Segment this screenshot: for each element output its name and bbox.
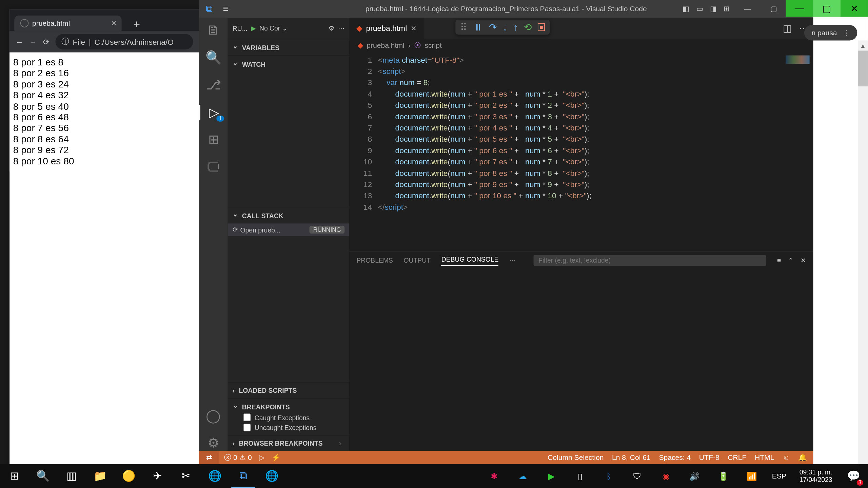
bell-icon[interactable]: 🔔 xyxy=(798,453,807,462)
debug-status-icon[interactable]: ▷ xyxy=(259,453,264,462)
callstack-item[interactable]: ⟳Open prueb... RUNNING xyxy=(228,223,350,236)
section-breakpoints[interactable]: BREAKPOINTS xyxy=(233,401,345,412)
close-icon[interactable]: ✕ xyxy=(801,257,806,264)
back-icon[interactable]: ← xyxy=(16,37,23,46)
bp-uncaught-exceptions[interactable]: Uncaught Exceptions xyxy=(233,423,345,433)
start-debug-icon[interactable]: ▶ xyxy=(251,24,256,32)
bp-caught-exceptions[interactable]: Caught Exceptions xyxy=(233,412,345,423)
tray-power-icon[interactable]: 🔋 xyxy=(711,464,735,488)
section-callstack[interactable]: CALL STACK xyxy=(233,210,345,221)
address-bar[interactable]: ⓘ File | C:/Users/Adminsena/O xyxy=(56,34,193,49)
new-tab-button[interactable]: ＋ xyxy=(125,17,148,31)
list-icon[interactable]: ≡ xyxy=(777,257,781,264)
layout-customize-icon[interactable]: ⊞ xyxy=(724,5,730,13)
search-icon[interactable]: 🔍 xyxy=(205,50,221,66)
reload-icon[interactable]: ⟳ xyxy=(43,37,50,46)
close-icon[interactable]: ✕ xyxy=(111,19,117,27)
forward-icon[interactable]: → xyxy=(29,37,37,46)
code-editor[interactable]: 1234567891011121314 <meta charset="UTF-8… xyxy=(349,52,813,251)
start-button[interactable]: ⊞ xyxy=(2,464,26,488)
browser-tab[interactable]: prueba.html ✕ xyxy=(14,16,121,31)
explorer-icon[interactable]: 🗎 xyxy=(207,23,220,38)
more-icon[interactable]: ⋮ xyxy=(843,28,850,37)
indent-indicator[interactable]: Spaces: 4 xyxy=(659,453,691,462)
layout-sidebar-right-icon[interactable]: ◨ xyxy=(710,5,716,13)
file-explorer-icon[interactable]: 📁 xyxy=(88,464,112,488)
tray-wifi-icon[interactable]: 📶 xyxy=(740,464,764,488)
section-loaded-scripts[interactable]: LOADED SCRIPTS xyxy=(233,385,345,396)
code-body[interactable]: <meta charset="UTF-8"> <script> var num … xyxy=(378,52,813,251)
telegram-icon[interactable]: ✈ xyxy=(145,464,169,488)
more-icon[interactable]: ⋯ xyxy=(509,257,516,264)
close-icon[interactable]: ✕ xyxy=(411,24,417,33)
chrome-icon[interactable]: 🌐 xyxy=(260,464,284,488)
breadcrumb[interactable]: ◆ prueba.html › ⦿ script xyxy=(349,39,813,52)
tray-app-icon[interactable]: ◉ xyxy=(654,464,678,488)
layout-sidebar-left-icon[interactable]: ◧ xyxy=(683,5,689,13)
remote-button[interactable]: ⇄ xyxy=(199,451,219,464)
drag-handle-icon[interactable]: ⠿ xyxy=(460,21,467,33)
step-into-icon[interactable]: ↓ xyxy=(502,22,507,33)
menu-icon[interactable]: ≡ xyxy=(219,4,232,15)
column-selection-indicator[interactable]: Column Selection xyxy=(548,453,604,462)
debug-toolbar[interactable]: ⠿ ⏸ ↷ ↓ ↑ ⟲ ■ xyxy=(455,20,550,35)
task-view-button[interactable]: ▥ xyxy=(60,464,83,488)
maximize-button[interactable]: ▢ xyxy=(813,0,841,17)
eol-indicator[interactable]: CRLF xyxy=(728,453,746,462)
step-out-icon[interactable]: ↑ xyxy=(513,22,518,33)
tray-onedrive-icon[interactable]: ☁ xyxy=(511,464,535,488)
stop-icon[interactable]: ■ xyxy=(538,23,545,31)
debug-console-body[interactable] xyxy=(349,269,813,451)
page-scrollbar[interactable]: ▲ xyxy=(858,41,868,464)
language-indicator[interactable]: ESP xyxy=(768,472,790,480)
tab-problems[interactable]: PROBLEMS xyxy=(356,257,393,264)
clock[interactable]: 09:31 p. m. 17/04/2023 xyxy=(795,468,837,484)
maximize-button[interactable]: ▢ xyxy=(761,0,787,18)
chevron-right-icon[interactable]: › xyxy=(339,440,344,447)
tray-volume-icon[interactable]: 🔊 xyxy=(683,464,706,488)
run-debug-icon[interactable]: ▷1 xyxy=(199,105,228,120)
snip-icon[interactable]: ✂ xyxy=(174,464,198,488)
tray-slack-icon[interactable]: ✱ xyxy=(482,464,506,488)
scroll-thumb[interactable] xyxy=(858,50,868,86)
feedback-icon[interactable]: ☺ xyxy=(783,453,790,462)
split-editor-icon[interactable]: ◫ xyxy=(783,23,792,34)
notifications-icon[interactable]: 💬3 xyxy=(842,464,866,488)
source-control-icon[interactable]: ⎇ xyxy=(206,78,221,93)
vscode-title-bar[interactable]: ⧉ ≡ prueba.html - 1644-Logica de Program… xyxy=(199,0,813,18)
pause-icon[interactable]: ⏸ xyxy=(473,22,483,33)
step-over-icon[interactable]: ↷ xyxy=(489,21,497,33)
chrome-icon[interactable]: 🌐 xyxy=(203,464,226,488)
accounts-icon[interactable]: ◯ xyxy=(206,408,221,424)
minimize-button[interactable]: — xyxy=(734,0,761,18)
extensions-icon[interactable]: ⊞ xyxy=(208,132,219,148)
errors-indicator[interactable]: ⓧ 0 ⚠ 0 xyxy=(224,452,252,463)
checkbox[interactable] xyxy=(243,413,251,421)
encoding-indicator[interactable]: UTF-8 xyxy=(699,453,719,462)
minimize-button[interactable]: — xyxy=(786,0,813,17)
layout-panel-icon[interactable]: ▭ xyxy=(696,5,703,13)
tab-debug-console[interactable]: DEBUG CONSOLE xyxy=(441,255,499,265)
cursor-position[interactable]: Ln 8, Col 61 xyxy=(612,453,651,462)
restart-icon[interactable]: ⟲ xyxy=(524,21,532,33)
section-browser-breakpoints[interactable]: BROWSER BREAKPOINTS xyxy=(233,438,323,449)
scroll-up-icon[interactable]: ▲ xyxy=(858,41,868,51)
tray-security-icon[interactable]: 🛡 xyxy=(625,464,649,488)
panel-filter-input[interactable] xyxy=(534,255,766,266)
debug-config-dropdown[interactable]: No Cor ⌄ xyxy=(259,24,325,32)
tray-play-icon[interactable]: ▶ xyxy=(539,464,563,488)
tab-output[interactable]: OUTPUT xyxy=(404,257,431,264)
section-variables[interactable]: VARIABLES xyxy=(233,42,345,53)
tray-battery-icon[interactable]: ▯ xyxy=(568,464,592,488)
checkbox[interactable] xyxy=(243,424,251,431)
chrome-icon[interactable]: 🟡 xyxy=(117,464,141,488)
settings-gear-icon[interactable]: ⚙ xyxy=(208,435,219,451)
chevron-up-icon[interactable]: ⌃ xyxy=(788,257,793,264)
pause-pill[interactable]: n pausa ⋮ xyxy=(804,25,857,41)
close-button[interactable]: ✕ xyxy=(841,0,868,17)
gear-icon[interactable]: ⚙ xyxy=(329,24,335,32)
radio-tower-icon[interactable]: ⚡ xyxy=(272,453,280,462)
more-icon[interactable]: ⋯ xyxy=(338,24,344,32)
minimap[interactable] xyxy=(786,56,809,64)
language-indicator[interactable]: HTML xyxy=(755,453,774,462)
